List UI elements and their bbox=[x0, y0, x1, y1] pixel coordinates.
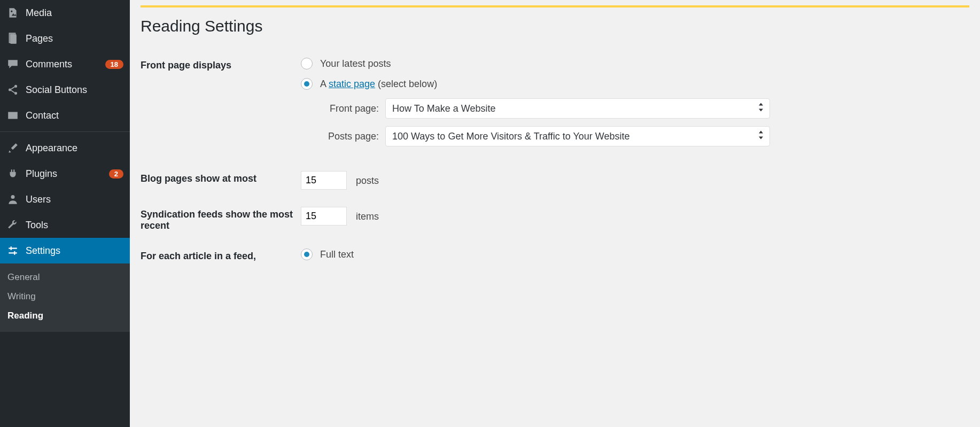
wrench-icon bbox=[6, 219, 19, 231]
front-page-select[interactable]: How To Make a Website bbox=[385, 98, 770, 119]
syndication-input[interactable] bbox=[301, 207, 347, 226]
sidebar-item-settings[interactable]: Settings bbox=[0, 238, 130, 263]
settings-submenu: General Writing Reading bbox=[0, 263, 130, 332]
admin-sidebar: Media Pages Comments 18 Social Buttons bbox=[0, 0, 130, 427]
sidebar-item-comments[interactable]: Comments 18 bbox=[0, 51, 130, 77]
plug-icon bbox=[6, 167, 19, 180]
blog-pages-suffix: posts bbox=[356, 175, 379, 186]
posts-page-select[interactable]: 100 Ways to Get More Visitors & Traffic … bbox=[385, 126, 770, 146]
notice-bar bbox=[141, 5, 969, 7]
front-page-select-row: Front page: How To Make a Website bbox=[316, 98, 808, 119]
submenu-item-reading[interactable]: Reading bbox=[0, 306, 130, 325]
sidebar-item-media[interactable]: Media bbox=[0, 0, 130, 26]
sidebar-item-label: Social Buttons bbox=[26, 84, 123, 96]
radio-full-text[interactable] bbox=[301, 249, 313, 260]
sidebar-item-appearance[interactable]: Appearance bbox=[0, 131, 130, 161]
syndication-heading: Syndication feeds show the most recent bbox=[141, 199, 301, 241]
sidebar-item-label: Users bbox=[26, 194, 123, 205]
radio-static-page-row: A static page (select below) bbox=[301, 78, 808, 90]
sidebar-item-label: Plugins bbox=[26, 168, 105, 180]
sidebar-item-plugins[interactable]: Plugins 2 bbox=[0, 161, 130, 187]
page-title: Reading Settings bbox=[141, 17, 969, 35]
svg-point-5 bbox=[11, 195, 14, 199]
sidebar-item-pages[interactable]: Pages bbox=[0, 26, 130, 51]
front-page-select-label: Front page: bbox=[316, 103, 385, 114]
radio-latest-posts-label[interactable]: Your latest posts bbox=[320, 58, 391, 69]
plugins-count-badge: 2 bbox=[109, 169, 123, 178]
radio-static-page-label[interactable]: A static page (select below) bbox=[320, 79, 437, 90]
radio-full-text-row: Full text bbox=[301, 249, 808, 260]
posts-page-select-row: Posts page: 100 Ways to Get More Visitor… bbox=[316, 126, 808, 146]
svg-rect-1 bbox=[11, 34, 17, 44]
share-icon bbox=[6, 83, 19, 96]
sidebar-item-tools[interactable]: Tools bbox=[0, 212, 130, 238]
submenu-item-general[interactable]: General bbox=[0, 268, 130, 287]
blog-pages-input[interactable] bbox=[301, 171, 347, 190]
radio-latest-posts-row: Your latest posts bbox=[301, 58, 808, 69]
comments-count-badge: 18 bbox=[105, 60, 123, 69]
main-content: Reading Settings Front page displays You… bbox=[130, 0, 980, 427]
syndication-suffix: items bbox=[356, 211, 379, 222]
submenu-item-writing[interactable]: Writing bbox=[0, 287, 130, 306]
radio-latest-posts[interactable] bbox=[301, 58, 313, 69]
media-icon bbox=[6, 6, 19, 19]
sidebar-item-label: Settings bbox=[26, 245, 123, 257]
sidebar-item-contact[interactable]: Contact bbox=[0, 103, 130, 128]
sidebar-item-social-buttons[interactable]: Social Buttons bbox=[0, 77, 130, 103]
pages-icon bbox=[6, 32, 19, 45]
radio-full-text-label[interactable]: Full text bbox=[320, 249, 354, 260]
user-icon bbox=[6, 193, 19, 206]
blog-pages-heading: Blog pages show at most bbox=[141, 164, 301, 199]
settings-form: Front page displays Your latest posts A … bbox=[141, 50, 814, 278]
envelope-icon bbox=[6, 109, 19, 122]
brush-icon bbox=[6, 142, 19, 154]
sidebar-item-label: Tools bbox=[26, 220, 123, 231]
sidebar-item-label: Pages bbox=[26, 33, 123, 44]
sidebar-item-users[interactable]: Users bbox=[0, 187, 130, 212]
radio-static-page[interactable] bbox=[301, 78, 313, 90]
sidebar-item-label: Comments bbox=[26, 59, 101, 70]
static-page-link[interactable]: static page bbox=[329, 79, 375, 89]
comments-icon bbox=[6, 58, 19, 71]
posts-page-select-label: Posts page: bbox=[316, 131, 385, 142]
sliders-icon bbox=[6, 244, 19, 257]
sidebar-item-label: Contact bbox=[26, 110, 123, 121]
feed-article-heading: For each article in a feed, bbox=[141, 241, 301, 278]
sidebar-item-label: Media bbox=[26, 7, 123, 19]
sidebar-item-label: Appearance bbox=[26, 143, 123, 154]
front-page-heading: Front page displays bbox=[141, 50, 301, 164]
